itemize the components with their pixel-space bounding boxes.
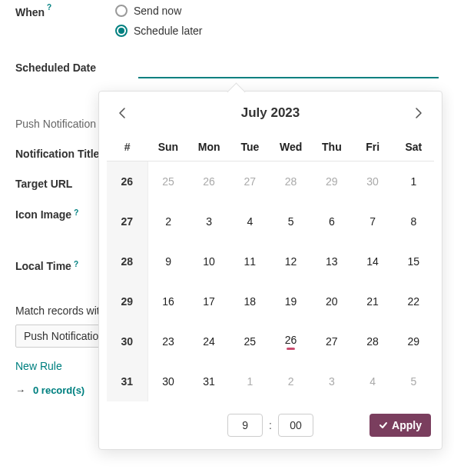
time-colon: : [269, 419, 272, 431]
calendar-day[interactable]: 12 [270, 241, 311, 281]
calendar-day[interactable]: 29 [311, 161, 352, 201]
calendar-day[interactable]: 26 [189, 161, 230, 201]
radio-icon-unchecked [115, 5, 128, 17]
radio-schedule-later-label: Schedule later [134, 25, 203, 37]
calendar-day[interactable]: 16 [147, 281, 188, 321]
weeknum-header: # [107, 133, 147, 161]
week-number: 27 [107, 201, 147, 241]
next-month-button[interactable] [411, 105, 426, 121]
calendar-day[interactable]: 27 [230, 161, 270, 201]
check-icon [379, 421, 388, 430]
calendar-day[interactable]: 2 [147, 201, 188, 241]
scheduled-date-label: Scheduled Date [15, 62, 138, 78]
calendar-day[interactable]: 7 [353, 201, 393, 241]
calendar-day[interactable]: 31 [189, 361, 230, 401]
calendar-day[interactable]: 17 [189, 281, 230, 321]
calendar-day[interactable]: 4 [230, 201, 270, 241]
calendar-day[interactable]: 27 [311, 321, 352, 361]
dow-sun: Sun [147, 133, 188, 161]
calendar-day[interactable]: 9 [147, 241, 188, 281]
calendar-day[interactable]: 6 [311, 201, 352, 241]
datepicker-title: July 2023 [241, 105, 300, 121]
week-number: 31 [107, 361, 147, 401]
calendar-day[interactable]: 26 [270, 321, 311, 361]
calendar-day[interactable]: 25 [147, 161, 188, 201]
calendar-day[interactable]: 1 [393, 161, 434, 201]
dow-fri: Fri [353, 133, 393, 161]
calendar-day[interactable]: 24 [189, 321, 230, 361]
calendar-day[interactable]: 29 [393, 321, 434, 361]
calendar-day[interactable]: 20 [311, 281, 352, 321]
prev-month-button[interactable] [114, 105, 130, 121]
when-label: When? [15, 5, 115, 18]
calendar-day[interactable]: 1 [230, 361, 270, 401]
calendar-day[interactable]: 11 [230, 241, 270, 281]
calendar-day[interactable]: 5 [270, 201, 311, 241]
apply-button-label: Apply [392, 419, 422, 431]
calendar-day[interactable]: 3 [189, 201, 230, 241]
calendar-day[interactable]: 30 [147, 361, 188, 401]
calendar-day[interactable]: 28 [270, 161, 311, 201]
arrow-right-icon: → [15, 384, 25, 396]
week-number: 28 [107, 241, 147, 281]
calendar-day[interactable]: 8 [393, 201, 434, 241]
radio-send-now[interactable]: Send now [115, 5, 203, 17]
calendar-day[interactable]: 22 [393, 281, 434, 321]
calendar-day[interactable]: 15 [393, 241, 434, 281]
radio-icon-checked [115, 25, 128, 37]
datepicker-popover: July 2023 # Sun Mon Tue Wed Thu Fri Sat … [98, 91, 442, 450]
calendar-grid: # Sun Mon Tue Wed Thu Fri Sat 2625262728… [107, 133, 434, 401]
week-number: 30 [107, 321, 147, 361]
help-icon[interactable]: ? [74, 260, 78, 268]
dow-wed: Wed [270, 133, 311, 161]
calendar-day[interactable]: 21 [353, 281, 393, 321]
calendar-day[interactable]: 4 [353, 361, 393, 401]
calendar-day[interactable]: 10 [189, 241, 230, 281]
week-number: 26 [107, 161, 147, 201]
calendar-day[interactable]: 19 [270, 281, 311, 321]
help-icon[interactable]: ? [74, 208, 78, 217]
week-number: 29 [107, 281, 147, 321]
calendar-day[interactable]: 30 [353, 161, 393, 201]
calendar-day[interactable]: 28 [353, 321, 393, 361]
calendar-day[interactable]: 2 [270, 361, 311, 401]
radio-send-now-label: Send now [134, 5, 181, 17]
help-icon[interactable]: ? [47, 3, 51, 12]
chevron-right-icon [415, 107, 423, 119]
dow-thu: Thu [311, 133, 352, 161]
dow-mon: Mon [189, 133, 230, 161]
calendar-day[interactable]: 18 [230, 281, 270, 321]
minute-input[interactable] [278, 414, 313, 437]
hour-input[interactable] [227, 414, 263, 437]
radio-schedule-later[interactable]: Schedule later [115, 25, 203, 37]
dow-tue: Tue [230, 133, 270, 161]
calendar-day[interactable]: 25 [230, 321, 270, 361]
apply-button[interactable]: Apply [369, 414, 431, 437]
calendar-day[interactable]: 14 [353, 241, 393, 281]
dow-sat: Sat [393, 133, 434, 161]
calendar-day[interactable]: 13 [311, 241, 352, 281]
scheduled-date-input[interactable] [138, 55, 439, 78]
chevron-left-icon [118, 107, 126, 119]
calendar-day[interactable]: 23 [147, 321, 188, 361]
calendar-day[interactable]: 3 [311, 361, 352, 401]
calendar-day[interactable]: 5 [393, 361, 434, 401]
